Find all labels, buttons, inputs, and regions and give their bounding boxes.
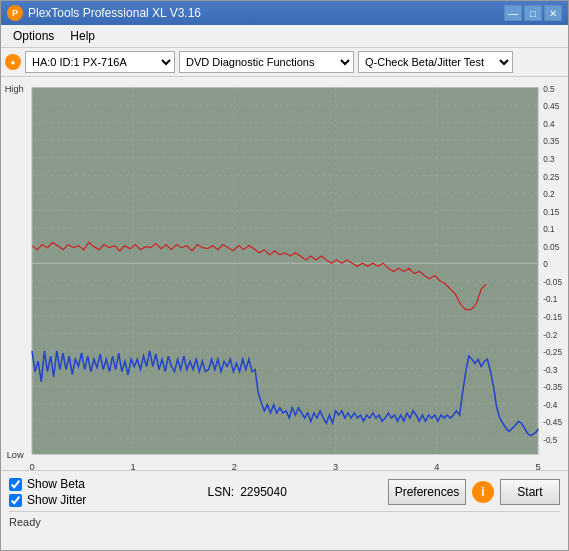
title-bar-left: P PlexTools Professional XL V3.16 — [7, 5, 201, 21]
show-jitter-checkbox[interactable]: Show Jitter — [9, 493, 86, 507]
checkboxes: Show Beta Show Jitter — [9, 477, 86, 507]
main-window: P PlexTools Professional XL V3.16 — □ ✕ … — [0, 0, 569, 551]
chart-svg: High Low 0.5 0.45 0.4 0.35 0.3 0.25 0.2 … — [1, 77, 568, 470]
svg-text:4: 4 — [434, 462, 439, 470]
menu-help[interactable]: Help — [62, 27, 103, 45]
svg-text:0.4: 0.4 — [543, 120, 555, 129]
menu-options[interactable]: Options — [5, 27, 62, 45]
minimize-button[interactable]: — — [504, 5, 522, 21]
toolbar: ● HA:0 ID:1 PX-716A DVD Diagnostic Funct… — [1, 48, 568, 77]
show-beta-label: Show Beta — [27, 477, 85, 491]
svg-text:1: 1 — [131, 462, 136, 470]
show-jitter-input[interactable] — [9, 494, 22, 507]
svg-text:-0.1: -0.1 — [543, 295, 558, 304]
info-button[interactable]: i — [472, 481, 494, 503]
title-controls: — □ ✕ — [504, 5, 562, 21]
right-buttons: Preferences i Start — [388, 479, 560, 505]
svg-text:0.3: 0.3 — [543, 155, 555, 164]
status-text: Ready — [9, 516, 41, 528]
svg-text:0.05: 0.05 — [543, 243, 559, 252]
lsn-value: 2295040 — [240, 485, 287, 499]
lsn-label: LSN: — [207, 485, 234, 499]
svg-text:3: 3 — [333, 462, 338, 470]
svg-text:-0.15: -0.15 — [543, 313, 562, 322]
menu-bar: Options Help — [1, 25, 568, 48]
window-title: PlexTools Professional XL V3.16 — [28, 6, 201, 20]
bottom-controls: Show Beta Show Jitter LSN: 2295040 Prefe… — [9, 477, 560, 507]
svg-text:-0.4: -0.4 — [543, 401, 558, 410]
svg-text:0.1: 0.1 — [543, 225, 555, 234]
show-jitter-label: Show Jitter — [27, 493, 86, 507]
drive-select[interactable]: HA:0 ID:1 PX-716A — [25, 51, 175, 73]
preferences-button[interactable]: Preferences — [388, 479, 466, 505]
svg-text:0.25: 0.25 — [543, 173, 559, 182]
start-button[interactable]: Start — [500, 479, 560, 505]
test-select[interactable]: Q-Check Beta/Jitter Test — [358, 51, 513, 73]
svg-text:0.5: 0.5 — [543, 85, 555, 94]
svg-text:Low: Low — [7, 450, 24, 460]
show-beta-input[interactable] — [9, 478, 22, 491]
svg-text:0: 0 — [543, 260, 548, 269]
svg-text:-0.45: -0.45 — [543, 418, 562, 427]
svg-text:-0.35: -0.35 — [543, 383, 562, 392]
maximize-button[interactable]: □ — [524, 5, 542, 21]
svg-text:0.2: 0.2 — [543, 190, 555, 199]
close-button[interactable]: ✕ — [544, 5, 562, 21]
svg-text:0: 0 — [29, 462, 34, 470]
app-icon: P — [7, 5, 23, 21]
chart-area: High Low 0.5 0.45 0.4 0.35 0.3 0.25 0.2 … — [1, 77, 568, 470]
function-select[interactable]: DVD Diagnostic Functions — [179, 51, 354, 73]
lsn-area: LSN: 2295040 — [207, 485, 286, 499]
svg-text:-0.5: -0.5 — [543, 436, 558, 445]
show-beta-checkbox[interactable]: Show Beta — [9, 477, 86, 491]
title-bar: P PlexTools Professional XL V3.16 — □ ✕ — [1, 1, 568, 25]
svg-text:0.35: 0.35 — [543, 137, 559, 146]
bottom-panel: Show Beta Show Jitter LSN: 2295040 Prefe… — [1, 470, 568, 550]
svg-text:-0.3: -0.3 — [543, 366, 558, 375]
device-icon: ● — [5, 54, 21, 70]
svg-text:-0.2: -0.2 — [543, 331, 558, 340]
svg-text:High: High — [5, 84, 24, 94]
svg-text:0.45: 0.45 — [543, 102, 559, 111]
svg-text:0.15: 0.15 — [543, 208, 559, 217]
svg-text:-0.25: -0.25 — [543, 348, 562, 357]
svg-text:5: 5 — [535, 462, 540, 470]
status-bar-row: Ready — [9, 511, 560, 529]
svg-text:-0.05: -0.05 — [543, 278, 562, 287]
svg-text:2: 2 — [232, 462, 237, 470]
